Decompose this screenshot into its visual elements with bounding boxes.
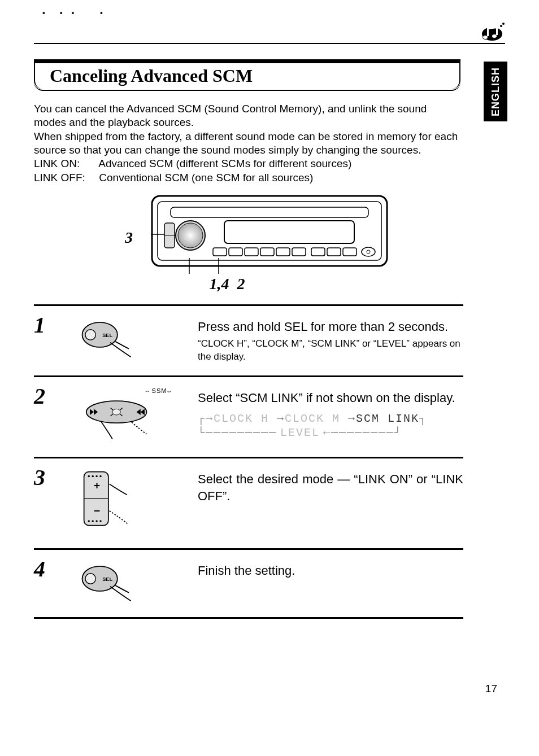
svg-point-25 bbox=[367, 250, 370, 254]
link-on-text: Advanced SCM (different SCMs for differe… bbox=[98, 158, 351, 169]
button-label: SEL bbox=[102, 332, 112, 338]
svg-point-40 bbox=[92, 475, 93, 477]
svg-rect-17 bbox=[245, 248, 258, 256]
sel-button-icon: SEL bbox=[79, 558, 192, 605]
link-off-text: Conventional SCM (one SCM for all source… bbox=[99, 172, 313, 183]
intro-paragraph: You can cancel the Advanced SCM (Sound C… bbox=[34, 102, 460, 185]
svg-rect-19 bbox=[276, 248, 290, 256]
rule-line bbox=[34, 43, 505, 44]
svg-point-39 bbox=[88, 475, 90, 477]
svg-point-6 bbox=[492, 34, 497, 38]
svg-point-41 bbox=[95, 475, 97, 477]
svg-point-42 bbox=[99, 475, 101, 477]
music-note-icon bbox=[480, 21, 505, 41]
step-number: 4 bbox=[34, 558, 73, 580]
step-title: Finish the setting. bbox=[198, 562, 463, 579]
step-3: 3 + − Select the desired mode — “LINK ON… bbox=[34, 457, 463, 548]
ssm-label: SSM bbox=[124, 387, 192, 395]
step-title: Press and hold SEL for more than 2 secon… bbox=[198, 318, 463, 335]
step-number: 1 bbox=[34, 314, 73, 337]
intro-line-1: You can cancel the Advanced SCM (Sound C… bbox=[34, 102, 460, 130]
svg-rect-21 bbox=[311, 248, 325, 256]
plus-minus-buttons-icon: + − bbox=[79, 466, 192, 536]
svg-text:+: + bbox=[94, 479, 100, 491]
link-on-label: LINK ON: bbox=[34, 157, 96, 171]
svg-point-7 bbox=[500, 25, 502, 27]
step-2: 2 SSM Select “SCM LINK” if not shown on … bbox=[34, 375, 463, 457]
track-buttons-icon: SSM bbox=[79, 385, 192, 444]
decorative-dots: • • • • bbox=[42, 8, 106, 18]
svg-point-43 bbox=[88, 521, 90, 522]
callout-3: 3 bbox=[125, 229, 133, 247]
svg-point-45 bbox=[95, 521, 97, 522]
page-number: 17 bbox=[485, 683, 497, 695]
svg-rect-18 bbox=[260, 248, 274, 256]
manual-page: • • • • ENGLISH Canceling Advanced SCM Y… bbox=[0, 0, 539, 756]
step-4: 4 SEL Finish the setting. bbox=[34, 548, 463, 619]
svg-point-34 bbox=[112, 409, 120, 416]
step-number: 3 bbox=[34, 466, 73, 489]
button-label: SEL bbox=[102, 576, 112, 582]
sel-button-icon: SEL bbox=[79, 314, 192, 361]
step-1: 1 SEL Press and hold SEL for more than 2… bbox=[34, 304, 463, 376]
step-subtext: “CLOCK H”, “CLOCK M”, “SCM LINK” or “LEV… bbox=[198, 338, 463, 364]
display-cycle: ┌→CLOCK H →CLOCK M →SCM LINK┐ └─────────… bbox=[198, 412, 463, 439]
svg-rect-15 bbox=[213, 248, 227, 256]
car-radio-icon bbox=[151, 195, 388, 274]
callout-bottom: 1,4 2 bbox=[55, 275, 399, 293]
radio-illustration: 3 bbox=[140, 195, 399, 293]
svg-rect-16 bbox=[229, 248, 242, 256]
svg-rect-22 bbox=[327, 248, 341, 256]
svg-rect-11 bbox=[171, 207, 368, 217]
svg-rect-20 bbox=[292, 248, 306, 256]
steps-list: 1 SEL Press and hold SEL for more than 2… bbox=[34, 304, 463, 619]
intro-line-2: When shipped from the factory, a differe… bbox=[34, 130, 460, 158]
page-heading: Canceling Advanced SCM bbox=[50, 65, 253, 86]
step-title: Select “SCM LINK” if not shown on the di… bbox=[198, 390, 463, 407]
svg-rect-23 bbox=[343, 248, 357, 256]
svg-point-44 bbox=[92, 521, 93, 522]
svg-point-46 bbox=[99, 521, 101, 522]
heading-container: Canceling Advanced SCM bbox=[34, 59, 460, 91]
svg-point-48 bbox=[85, 574, 95, 584]
link-off-label: LINK OFF: bbox=[34, 171, 96, 185]
svg-rect-14 bbox=[224, 221, 354, 243]
step-title: Select the desired mode — “LINK ON” or “… bbox=[198, 471, 463, 504]
svg-point-8 bbox=[502, 23, 505, 25]
svg-point-32 bbox=[85, 330, 95, 340]
svg-point-13 bbox=[178, 223, 203, 248]
svg-text:−: − bbox=[94, 505, 100, 517]
language-tab: ENGLISH bbox=[484, 62, 507, 121]
svg-point-24 bbox=[362, 247, 375, 256]
svg-point-5 bbox=[483, 36, 488, 39]
step-number: 2 bbox=[34, 385, 73, 408]
